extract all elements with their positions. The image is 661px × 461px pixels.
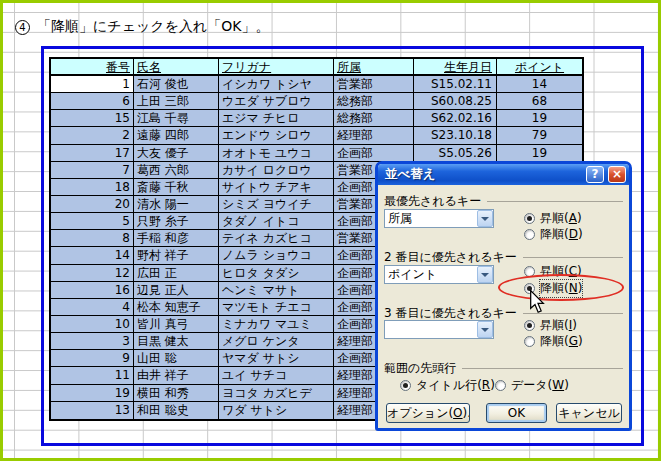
dialog-titlebar[interactable]: 並べ替え ? × — [378, 164, 629, 185]
table-cell[interactable]: タダノ イトコ — [219, 213, 334, 230]
table-cell[interactable]: ヘンミ マサト — [219, 282, 334, 299]
table-cell[interactable]: 野村 祥子 — [134, 247, 219, 264]
table-cell[interactable]: 11 — [51, 367, 134, 384]
table-cell[interactable]: 経理部 — [334, 127, 414, 144]
table-cell[interactable]: ワダ サトシ — [219, 402, 334, 419]
table-cell[interactable]: 79 — [497, 127, 582, 144]
table-cell[interactable]: 6 — [51, 93, 134, 110]
table-cell[interactable]: 大友 優子 — [134, 145, 219, 162]
table-cell[interactable]: ユイ サチコ — [219, 367, 334, 384]
table-cell[interactable]: 19 — [497, 145, 582, 162]
table-cell[interactable]: ヤマダ サトシ — [219, 350, 334, 367]
column-header[interactable]: ポイント — [497, 59, 582, 76]
sort3-ascending-radio[interactable]: 昇順(I) — [524, 319, 577, 332]
sort-key-1-dropdown[interactable]: 所属 — [384, 209, 494, 228]
table-cell[interactable]: 松本 知恵子 — [134, 299, 219, 316]
table-cell[interactable]: 和田 聡史 — [134, 402, 219, 419]
table-cell[interactable]: 上田 三郎 — [134, 93, 219, 110]
title-row-radio[interactable]: タイトル行(R) — [400, 379, 495, 392]
table-cell[interactable]: ミナカワ マユミ — [219, 316, 334, 333]
sort3-descending-radio[interactable]: 降順(G) — [524, 335, 583, 348]
table-cell[interactable]: S62.02.16 — [414, 110, 497, 127]
table-cell[interactable]: ウエダ サブロウ — [219, 93, 334, 110]
table-cell[interactable]: S23.10.18 — [414, 127, 497, 144]
table-cell[interactable]: 山田 聡 — [134, 350, 219, 367]
table-cell[interactable]: 10 — [51, 316, 134, 333]
dropdown-arrow-icon[interactable] — [477, 321, 493, 338]
column-header[interactable]: 氏名 — [134, 59, 219, 76]
table-cell[interactable]: カサイ ロクロウ — [219, 162, 334, 179]
table-cell[interactable]: 2 — [51, 127, 134, 144]
column-header[interactable]: 番号 — [51, 59, 134, 76]
table-cell[interactable]: 横田 和秀 — [134, 385, 219, 402]
table-cell[interactable]: 7 — [51, 162, 134, 179]
table-cell[interactable]: サイトウ チアキ — [219, 179, 334, 196]
table-cell[interactable]: 辺見 正人 — [134, 282, 219, 299]
table-cell[interactable]: イシカワ トシヤ — [219, 76, 334, 93]
close-icon[interactable]: × — [608, 166, 626, 183]
cancel-button[interactable]: キャンセル — [556, 403, 622, 423]
table-cell[interactable]: 斎藤 千秋 — [134, 179, 219, 196]
table-cell[interactable]: 12 — [51, 265, 134, 282]
table-cell[interactable]: テイネ カズヒコ — [219, 230, 334, 247]
sort1-descending-radio[interactable]: 降順(D) — [524, 228, 583, 241]
table-cell[interactable]: 9 — [51, 350, 134, 367]
column-header[interactable]: 所属 — [334, 59, 414, 76]
table-cell[interactable]: 広田 正 — [134, 265, 219, 282]
sort-key-1-section-label: 最優先されるキー — [384, 193, 623, 210]
table-cell[interactable]: 皆川 真弓 — [134, 316, 219, 333]
table-cell[interactable]: S5.05.26 — [414, 145, 497, 162]
table-cell[interactable]: 19 — [51, 385, 134, 402]
table-cell[interactable]: 清水 陽一 — [134, 196, 219, 213]
table-cell[interactable]: 13 — [51, 402, 134, 419]
table-cell[interactable]: 8 — [51, 230, 134, 247]
help-button[interactable]: ? — [586, 166, 604, 183]
table-cell[interactable]: ヨコタ カズヒデ — [219, 385, 334, 402]
table-cell[interactable]: 企画部 — [334, 145, 414, 162]
table-cell[interactable]: 営業部 — [334, 76, 414, 93]
table-cell[interactable]: 14 — [497, 76, 582, 93]
table-cell[interactable]: 3 — [51, 333, 134, 350]
table-cell[interactable]: 目黒 健太 — [134, 333, 219, 350]
table-cell[interactable]: 16 — [51, 282, 134, 299]
table-cell[interactable]: 19 — [497, 110, 582, 127]
table-cell[interactable]: ノムラ ショウコ — [219, 247, 334, 264]
table-cell[interactable]: 14 — [51, 247, 134, 264]
table-cell[interactable]: エンドウ シロウ — [219, 127, 334, 144]
table-cell[interactable]: 15 — [51, 110, 134, 127]
dropdown-arrow-icon[interactable] — [477, 266, 493, 283]
sort-key-2-dropdown[interactable]: ポイント — [384, 265, 494, 284]
column-header[interactable]: 生年月日 — [414, 59, 497, 76]
table-cell[interactable]: 遠藤 四郎 — [134, 127, 219, 144]
dropdown-arrow-icon[interactable] — [477, 210, 493, 227]
table-cell[interactable]: ヒロタ タダシ — [219, 265, 334, 282]
table-cell[interactable]: 1 — [51, 76, 134, 93]
column-header[interactable]: フリガナ — [219, 59, 334, 76]
table-cell[interactable]: 石河 俊也 — [134, 76, 219, 93]
table-cell[interactable]: 18 — [51, 179, 134, 196]
table-cell[interactable]: S60.08.25 — [414, 93, 497, 110]
table-cell[interactable]: 68 — [497, 93, 582, 110]
table-cell[interactable]: 17 — [51, 145, 134, 162]
table-cell[interactable]: S15.02.11 — [414, 76, 497, 93]
table-cell[interactable]: 只野 糸子 — [134, 213, 219, 230]
sort-key-3-dropdown[interactable] — [384, 320, 494, 339]
table-cell[interactable]: 葛西 六郎 — [134, 162, 219, 179]
options-button[interactable]: オプション(O)... — [386, 403, 470, 423]
ok-button[interactable]: OK — [486, 403, 547, 423]
table-cell[interactable]: 手稲 和彦 — [134, 230, 219, 247]
table-cell[interactable]: マツモト チエコ — [219, 299, 334, 316]
table-cell[interactable]: シミズ ヨウイチ — [219, 196, 334, 213]
table-cell[interactable]: 江島 千尋 — [134, 110, 219, 127]
table-cell[interactable]: エジマ チヒロ — [219, 110, 334, 127]
data-row-radio[interactable]: データ(W) — [495, 379, 569, 392]
table-cell[interactable]: 総務部 — [334, 110, 414, 127]
sort1-ascending-radio[interactable]: 昇順(A) — [524, 212, 582, 225]
table-cell[interactable]: 5 — [51, 213, 134, 230]
table-cell[interactable]: 20 — [51, 196, 134, 213]
table-cell[interactable]: 4 — [51, 299, 134, 316]
table-cell[interactable]: 由井 祥子 — [134, 367, 219, 384]
table-cell[interactable]: メグロ ケンタ — [219, 333, 334, 350]
table-cell[interactable]: 総務部 — [334, 93, 414, 110]
table-cell[interactable]: オオトモ ユウコ — [219, 145, 334, 162]
